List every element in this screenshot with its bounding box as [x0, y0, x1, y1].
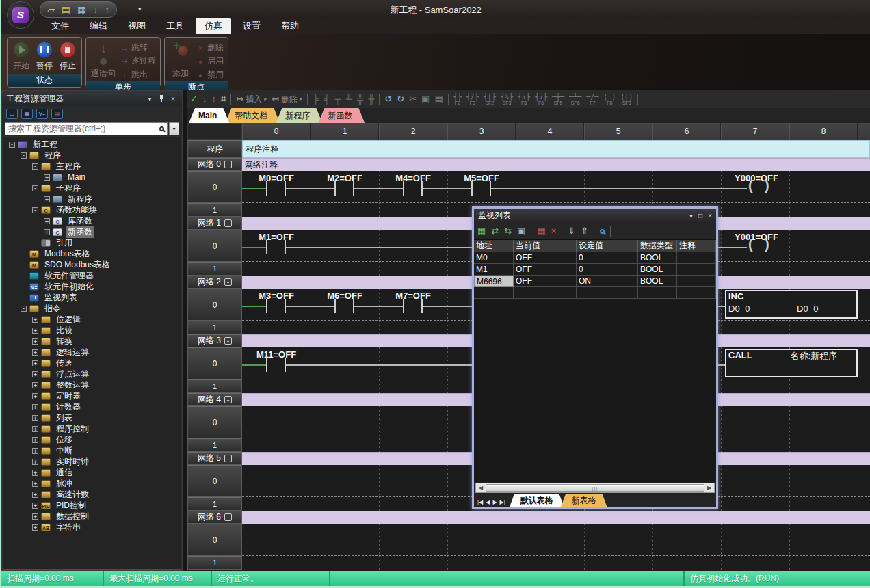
- tree-item-脉冲[interactable]: +脉冲: [3, 478, 181, 489]
- pause-button[interactable]: 暂停: [35, 40, 54, 74]
- tree-item-中断[interactable]: +中断: [3, 445, 181, 456]
- tree-item-实时时钟[interactable]: +实时时钟: [3, 456, 181, 467]
- menu-item-设置[interactable]: 设置: [234, 18, 269, 34]
- expand-icon[interactable]: +: [32, 415, 38, 421]
- add-breakpoint-button[interactable]: + 添加: [169, 40, 192, 81]
- tree-item-程序控制[interactable]: +程序控制: [3, 423, 181, 434]
- expand-icon[interactable]: +: [32, 524, 38, 531]
- expand-icon[interactable]: +: [32, 481, 38, 487]
- expand-icon[interactable]: +: [44, 218, 50, 224]
- upload-icon[interactable]: ↑: [211, 94, 216, 104]
- contact-label[interactable]: M0=OFF: [259, 173, 294, 183]
- step-statement-button[interactable]: ↓ 逐语句: [90, 40, 116, 81]
- copy-icon[interactable]: ▣: [421, 94, 430, 104]
- watch-cell[interactable]: [677, 287, 716, 299]
- watch-cell[interactable]: [514, 287, 577, 299]
- contact-label[interactable]: M1=OFF: [259, 232, 294, 242]
- watch-cell[interactable]: [577, 287, 638, 299]
- step-item-跳转[interactable]: →跳转: [120, 42, 156, 53]
- redo-icon[interactable]: ↻: [397, 94, 404, 104]
- undo-icon[interactable]: ↺: [384, 94, 392, 104]
- breakpoint-item-禁用[interactable]: ●禁用: [196, 69, 224, 81]
- prev-tab-icon[interactable]: ◀: [486, 499, 490, 505]
- init-values-icon[interactable]: V=: [36, 109, 48, 119]
- ladder-element-button-F7[interactable]: ─/─F7: [586, 94, 598, 105]
- breakpoint-item-启用[interactable]: ●启用: [196, 55, 224, 67]
- ladder-element-button-SF3[interactable]: ┤%├SF3: [501, 94, 513, 105]
- watch-cell[interactable]: OFF: [514, 252, 577, 264]
- stop-button[interactable]: 停止: [58, 40, 77, 74]
- expand-icon[interactable]: +: [44, 229, 50, 235]
- tree-item-软元件初始化[interactable]: V=软元件初始化: [3, 281, 181, 292]
- tree-item-逻辑运算[interactable]: +逻辑运算: [3, 347, 181, 358]
- tree-item-通信[interactable]: +通信: [3, 467, 181, 478]
- contact-label[interactable]: M3=OFF: [259, 291, 294, 301]
- watch-cell[interactable]: [677, 264, 716, 276]
- collapse-network-icon[interactable]: -: [224, 513, 232, 521]
- last-tab-icon[interactable]: ▶|: [500, 499, 505, 505]
- collapse-icon[interactable]: -: [32, 207, 38, 213]
- watch-cell[interactable]: [638, 287, 677, 299]
- ladder-element-button-SF6[interactable]: ─┴─SF6: [569, 94, 581, 105]
- collapse-icon[interactable]: -: [9, 142, 15, 148]
- collapse-icon[interactable]: -: [32, 163, 38, 170]
- expand-icon[interactable]: +: [32, 338, 38, 345]
- contact-label[interactable]: M6=OFF: [327, 291, 362, 301]
- step-item-逐过程[interactable]: ⇢逐过程: [120, 55, 156, 67]
- cross-del-icon[interactable]: ╫: [368, 94, 374, 104]
- tree-item-引用[interactable]: 引用: [3, 237, 181, 248]
- menu-item-仿真[interactable]: 仿真: [196, 18, 231, 34]
- watch-tab-默认表格[interactable]: 默认表格: [510, 494, 564, 507]
- scrollbar-thumb[interactable]: |||: [486, 484, 704, 492]
- collapse-icon[interactable]: -: [21, 152, 27, 159]
- watch-cell[interactable]: M6696: [474, 276, 514, 287]
- panel-splitter[interactable]: [183, 90, 187, 571]
- tree-item-程序[interactable]: -程序: [3, 150, 181, 161]
- tree-item-新函数[interactable]: +C新函数: [3, 226, 181, 237]
- expand-icon[interactable]: +: [32, 513, 38, 520]
- expand-icon[interactable]: +: [32, 503, 38, 509]
- tree-item-字符串[interactable]: +AB字符串: [3, 522, 181, 533]
- expand-icon[interactable]: +: [32, 360, 38, 366]
- tree-item-整数运算[interactable]: +整数运算: [3, 379, 181, 390]
- scroll-left-icon[interactable]: ◀: [476, 485, 486, 491]
- tree-item-位逻辑[interactable]: +位逻辑: [3, 314, 181, 325]
- collapse-network-icon[interactable]: -: [224, 278, 232, 286]
- ladder-element-button-SF2[interactable]: ┤|├SF2: [484, 94, 496, 105]
- upload-icon[interactable]: ↑: [105, 5, 109, 14]
- save-icon[interactable]: ▦: [77, 5, 86, 14]
- paste-icon[interactable]: ▤: [434, 94, 443, 104]
- watch-cell[interactable]: OFF: [514, 264, 577, 276]
- watch-cell[interactable]: OFF: [514, 276, 577, 287]
- tree-item-Modbus表格[interactable]: MModbus表格: [3, 248, 181, 259]
- watch-hscrollbar[interactable]: ◀ ||| ▶: [475, 483, 715, 493]
- insert-icon[interactable]: ↦插入▸: [236, 94, 267, 104]
- contact-label[interactable]: M2=OFF: [327, 173, 362, 183]
- breakpoint-item-删除[interactable]: ×删除: [196, 42, 224, 53]
- scroll-right-icon[interactable]: ▶: [704, 485, 714, 491]
- pin-icon[interactable]: [159, 94, 164, 103]
- watch-cell[interactable]: [474, 287, 514, 299]
- ladder-element-button-F2[interactable]: ┤├F2: [453, 94, 462, 105]
- tree-item-比较[interactable]: +比较: [3, 325, 181, 336]
- ladder-element-button-F3[interactable]: ┤/├F3: [466, 94, 479, 105]
- compile-check-icon[interactable]: ✓: [190, 94, 198, 104]
- app-logo[interactable]: S: [7, 1, 34, 29]
- instruction-box-CALL[interactable]: CALL名称:新程序: [725, 349, 858, 377]
- tree-item-Main[interactable]: +Main: [3, 172, 181, 183]
- import-icon[interactable]: ⇓: [568, 226, 575, 236]
- cross-add-icon[interactable]: ╬: [357, 94, 363, 104]
- coil-label[interactable]: Y000=OFF: [735, 173, 778, 183]
- menu-item-视图[interactable]: 视图: [119, 18, 155, 34]
- tree-item-PID控制[interactable]: +PIDPID控制: [3, 500, 181, 511]
- collapse-icon[interactable]: -: [32, 185, 38, 191]
- qat-overflow-icon[interactable]: ▾: [138, 5, 142, 12]
- contact-label[interactable]: M7=OFF: [395, 291, 431, 301]
- add-table-icon[interactable]: ▦: [477, 226, 486, 236]
- ladder-element-button-SF8[interactable]: (|)SF8: [620, 94, 633, 105]
- device-monitor-icon[interactable]: ▭: [6, 109, 18, 119]
- collapse-network-icon[interactable]: -: [224, 337, 232, 345]
- download-icon[interactable]: ↓: [93, 5, 98, 14]
- ladder-row[interactable]: M0=OFFM2=OFFM4=OFFM5=OFFY000=OFF(): [242, 171, 870, 203]
- tree-item-库函数[interactable]: +C库函数: [3, 215, 181, 226]
